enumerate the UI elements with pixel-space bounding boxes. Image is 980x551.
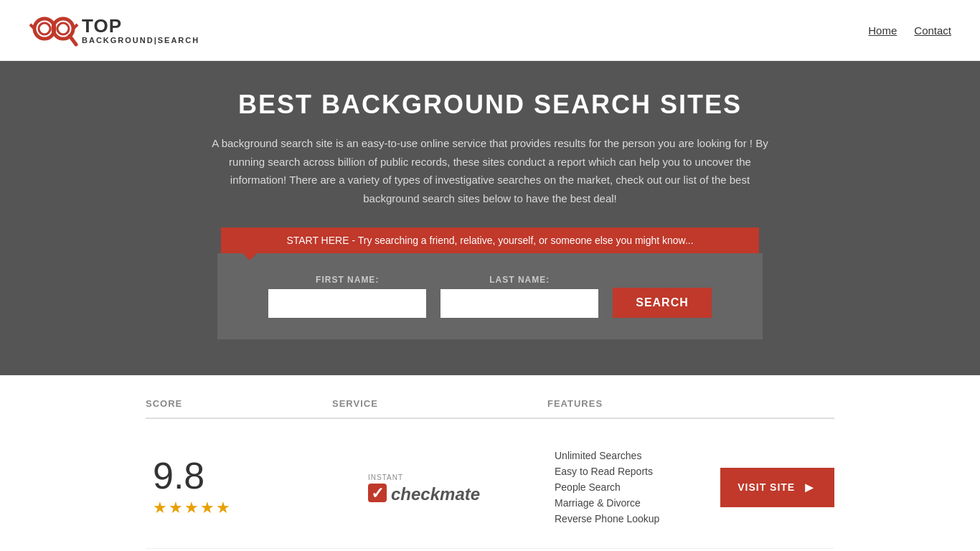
list-item: People Search — [555, 479, 659, 495]
svg-text:✓: ✓ — [371, 484, 384, 502]
main-nav: Home Contact — [868, 24, 951, 37]
svg-line-7 — [70, 36, 76, 44]
score-column: 9.8 ★ ★ ★ ★ ★ — [146, 457, 332, 517]
col-header-service: SERVICE — [332, 398, 547, 409]
svg-point-3 — [57, 23, 69, 34]
logo-top-text: TOP — [82, 16, 199, 37]
nav-home[interactable]: Home — [868, 24, 897, 37]
svg-text:checkmate: checkmate — [391, 484, 480, 504]
last-name-label: LAST NAME: — [440, 275, 598, 285]
star-4: ★ — [200, 499, 215, 517]
visit-site-button[interactable]: VISIT SITE ► — [720, 468, 834, 507]
features-list: Unlimited Searches Easy to Read Reports … — [555, 448, 659, 527]
svg-point-1 — [39, 23, 50, 34]
last-name-group: LAST NAME: — [440, 275, 598, 318]
list-item: Easy to Read Reports — [555, 463, 659, 479]
logo-sub-text: BACKGROUND|SEARCH — [82, 36, 199, 44]
checkmate-logo: INSTANT ✓ checkmate — [368, 466, 512, 509]
svg-text:INSTANT: INSTANT — [368, 474, 403, 481]
col-header-score: SCORE — [146, 398, 332, 409]
list-item: Reverse Phone Lookup — [555, 511, 659, 527]
table-row: 9.8 ★ ★ ★ ★ ★ INSTANT ✓ checkmate — [146, 426, 834, 549]
search-button[interactable]: SEARCH — [613, 288, 712, 318]
service-column: INSTANT ✓ checkmate — [332, 466, 547, 509]
list-item: Unlimited Searches — [555, 448, 659, 463]
logo-area: TOP BACKGROUND|SEARCH — [29, 9, 199, 52]
star-rating: ★ ★ ★ ★ ★ — [153, 499, 230, 517]
col-header-features: FEATURES — [547, 398, 834, 409]
last-name-input[interactable] — [440, 289, 598, 318]
features-column: Unlimited Searches Easy to Read Reports … — [547, 448, 659, 527]
nav-contact[interactable]: Contact — [914, 24, 951, 37]
visit-site-label: VISIT SITE — [738, 481, 795, 493]
first-name-group: FIRST NAME: — [268, 275, 426, 318]
star-2: ★ — [169, 499, 183, 517]
header: TOP BACKGROUND|SEARCH Home Contact — [0, 0, 980, 61]
search-form: FIRST NAME: LAST NAME: SEARCH — [217, 253, 763, 339]
table-header: SCORE SERVICE FEATURES — [146, 390, 834, 419]
hero-description: A background search site is an easy-to-u… — [203, 134, 777, 207]
arrow-icon: ► — [802, 479, 817, 496]
page-title: BEST BACKGROUND SEARCH SITES — [14, 90, 966, 120]
results-section: SCORE SERVICE FEATURES 9.8 ★ ★ ★ ★ ★ INS… — [131, 375, 849, 551]
star-3: ★ — [184, 499, 199, 517]
features-and-btn: Unlimited Searches Easy to Read Reports … — [547, 448, 834, 527]
logo-icon — [29, 9, 79, 52]
first-name-label: FIRST NAME: — [268, 275, 426, 285]
search-callout: START HERE - Try searching a friend, rel… — [221, 227, 759, 253]
logo-text: TOP BACKGROUND|SEARCH — [82, 16, 199, 45]
score-value: 9.8 — [153, 457, 204, 494]
list-item: Marriage & Divorce — [555, 495, 659, 511]
first-name-input[interactable] — [268, 289, 426, 318]
hero-section: BEST BACKGROUND SEARCH SITES A backgroun… — [0, 61, 980, 375]
star-1: ★ — [153, 499, 167, 517]
star-5: ★ — [216, 499, 230, 517]
